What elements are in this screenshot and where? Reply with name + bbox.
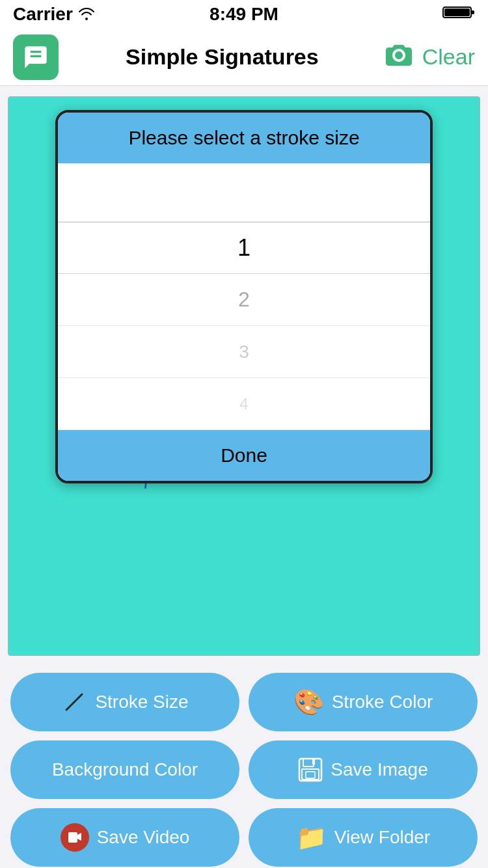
svg-rect-12 [306, 772, 315, 778]
folder-icon: 📁 [296, 823, 327, 852]
stroke-size-icon [61, 689, 87, 715]
status-time: 8:49 PM [210, 4, 278, 25]
stroke-color-label: Stroke Color [332, 692, 433, 712]
stroke-size-button[interactable]: Stroke Size [10, 673, 239, 731]
floppy-disk-icon [298, 757, 323, 782]
nav-bar: Simple Signatures Clear [0, 29, 488, 86]
status-battery [442, 5, 475, 24]
picker-value-2: 2 [238, 288, 250, 312]
nav-actions: Clear [386, 44, 475, 71]
picker-item-1[interactable]: 1 [58, 222, 430, 274]
background-color-button[interactable]: Background Color [10, 740, 239, 799]
wifi-icon [78, 4, 95, 25]
picker-item-2[interactable]: 2 [58, 274, 430, 326]
signature-canvas[interactable]: Please select a stroke size 1 2 3 4 Done [8, 96, 480, 656]
svg-line-7 [66, 694, 82, 710]
picker-value-4: 4 [239, 395, 248, 413]
view-folder-label: View Folder [334, 827, 430, 848]
picker-value-3: 3 [239, 342, 249, 362]
message-icon-button[interactable] [13, 34, 59, 80]
status-carrier: Carrier [13, 4, 95, 25]
clear-button[interactable]: Clear [422, 44, 475, 70]
status-bar: Carrier 8:49 PM [0, 0, 488, 29]
picker-scroll[interactable]: 1 2 3 4 [58, 163, 430, 430]
save-image-button[interactable]: Save Image [249, 740, 478, 799]
palette-icon: 🎨 [293, 688, 324, 716]
picker-header: Please select a stroke size [58, 113, 430, 163]
svg-rect-10 [312, 759, 315, 765]
picker-item-3[interactable]: 3 [58, 326, 430, 378]
picker-value-1: 1 [237, 234, 251, 262]
save-video-button[interactable]: Save Video [10, 808, 239, 867]
view-folder-button[interactable]: 📁 View Folder [249, 808, 478, 867]
picker-header-text: Please select a stroke size [128, 127, 359, 148]
save-image-label: Save Image [331, 759, 427, 780]
bottom-toolbar: Stroke Size 🎨 Stroke Color Background Co… [0, 666, 488, 868]
camera-button[interactable] [386, 44, 412, 71]
picker-done-text: Done [221, 444, 267, 466]
carrier-text: Carrier [13, 4, 73, 25]
picker-done-button[interactable]: Done [58, 430, 430, 481]
stroke-color-button[interactable]: 🎨 Stroke Color [249, 673, 478, 731]
svg-rect-2 [471, 10, 474, 14]
svg-rect-1 [444, 8, 470, 16]
stroke-size-picker: Please select a stroke size 1 2 3 4 Done [55, 110, 433, 483]
stroke-size-label: Stroke Size [95, 692, 188, 712]
svg-rect-9 [303, 759, 314, 766]
picker-item-empty[interactable] [58, 163, 430, 222]
nav-title: Simple Signatures [126, 44, 319, 70]
picker-item-4[interactable]: 4 [58, 378, 430, 430]
background-color-label: Background Color [52, 759, 198, 780]
save-video-label: Save Video [97, 827, 190, 848]
video-icon [61, 823, 89, 852]
